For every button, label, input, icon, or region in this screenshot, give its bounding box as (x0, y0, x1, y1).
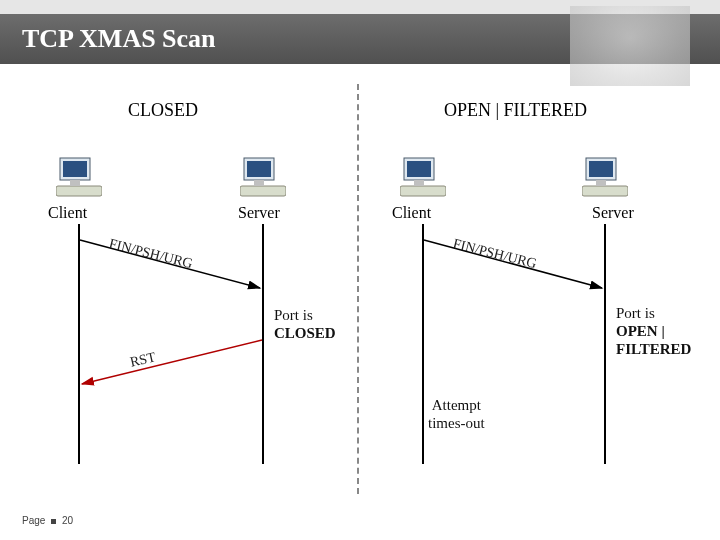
svg-line-9 (82, 340, 262, 384)
slide-header: TCP XMAS Scan (0, 0, 720, 64)
scenario-divider (357, 84, 359, 494)
open-server-label: Server (592, 204, 634, 222)
svg-rect-7 (254, 180, 264, 186)
computer-icon (240, 156, 286, 198)
computer-icon (582, 156, 628, 198)
svg-rect-17 (596, 180, 606, 186)
closed-port-note: Port is CLOSED (274, 306, 336, 342)
diagram-area: CLOSED Client Server FIN/PSH/URG Port is… (0, 64, 720, 504)
open-timeout-line1: Attempt (432, 397, 481, 413)
open-note-line1: Port is (616, 305, 655, 321)
computer-icon (56, 156, 102, 198)
closed-client-label: Client (48, 204, 87, 222)
footer-bullet-icon (51, 519, 56, 524)
svg-rect-11 (407, 161, 431, 177)
svg-rect-5 (247, 161, 271, 177)
closed-heading: CLOSED (128, 100, 198, 121)
open-note-line2: OPEN | (616, 323, 665, 339)
footer-page-num: 20 (62, 515, 73, 526)
svg-rect-2 (56, 186, 102, 196)
svg-rect-1 (63, 161, 87, 177)
svg-rect-16 (582, 186, 628, 196)
open-port-note: Port is OPEN | FILTERED (616, 304, 691, 358)
slide-title: TCP XMAS Scan (22, 24, 216, 54)
header-main-bar: TCP XMAS Scan (0, 14, 720, 64)
open-client-label: Client (392, 204, 431, 222)
open-timeout-line2: times-out (428, 415, 485, 431)
footer-page-label: Page (22, 515, 45, 526)
closed-packet2-arrow (78, 334, 264, 398)
svg-rect-6 (240, 186, 286, 196)
computer-icon (400, 156, 446, 198)
svg-rect-12 (400, 186, 446, 196)
open-note-line3: FILTERED (616, 341, 691, 357)
closed-note-line2: CLOSED (274, 325, 336, 341)
open-heading: OPEN | FILTERED (444, 100, 587, 121)
svg-rect-3 (70, 180, 80, 186)
page-footer: Page 20 (22, 515, 73, 526)
svg-rect-15 (589, 161, 613, 177)
open-timeout-note: Attempt times-out (428, 396, 485, 432)
svg-rect-13 (414, 180, 424, 186)
closed-server-label: Server (238, 204, 280, 222)
closed-note-line1: Port is (274, 307, 313, 323)
